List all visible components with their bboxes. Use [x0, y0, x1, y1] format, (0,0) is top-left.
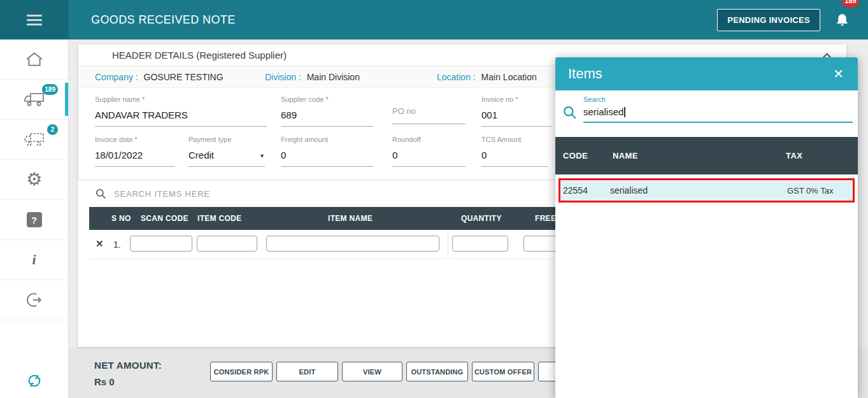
roundoff-label: Roundoff	[392, 136, 420, 143]
items-modal-header: Items ✕	[555, 57, 858, 90]
invoice-date-label: Invoice date	[95, 136, 132, 143]
net-amount-label: NET AMOUNT:	[94, 360, 162, 371]
items-modal: Items ✕ Search serialised CODE NAME TAX …	[555, 57, 858, 398]
sidebar-item-help[interactable]: ?	[0, 200, 68, 240]
sidebar-item-deliveries[interactable]: 2	[0, 120, 68, 160]
sidebar-item-goods-received[interactable]: 189	[0, 80, 68, 120]
modal-search-row: serialised	[563, 106, 853, 123]
modal-search-input[interactable]: serialised	[583, 106, 853, 123]
hamburger-icon	[27, 12, 42, 28]
custom-offer-button[interactable]: CUSTOM OFFER	[472, 362, 534, 381]
notifications-button[interactable]: 189	[834, 8, 850, 32]
sidebar-item-sync[interactable]	[0, 371, 68, 390]
dropdown-arrow-icon[interactable]: ▼	[259, 153, 265, 159]
col-scan-code: SCAN CODE	[141, 214, 189, 223]
quantity-input[interactable]	[452, 236, 508, 252]
division-label: Division :	[265, 72, 301, 82]
modal-search-value: serialised	[583, 106, 623, 117]
supplier-code-value[interactable]: 689	[281, 104, 373, 127]
items-modal-title: Items	[568, 66, 602, 82]
item-code-input[interactable]	[197, 236, 257, 252]
tcs-amount-field[interactable]: TCS Amount 0	[481, 136, 548, 167]
sidebar: 189 2 ⚙ ? i	[0, 39, 69, 398]
col-item-code: ITEM CODE	[197, 214, 241, 223]
item-code-cell: 22554	[563, 185, 610, 195]
division-value: Main Division	[307, 72, 360, 82]
grn-count-badge: 189	[42, 84, 58, 95]
company-value: GOSURE TESTING	[144, 72, 224, 82]
invoice-no-value[interactable]: 001	[481, 104, 551, 127]
roundoff-field[interactable]: Roundoff 0	[392, 136, 466, 167]
net-amount: NET AMOUNT: Rs 0	[94, 360, 162, 387]
modal-item-row-selected[interactable]: 22554 serialised GST 0% Tax	[559, 178, 855, 203]
help-icon: ?	[27, 212, 42, 227]
menu-button[interactable]	[0, 0, 69, 39]
freight-amount-label: Freight amount	[281, 136, 328, 143]
item-name-cell: serialised	[610, 185, 783, 195]
invoice-no-label: Invoice no	[481, 96, 513, 103]
col-quantity: QUANTITY	[461, 214, 502, 223]
po-no-label: PO no	[392, 106, 416, 116]
location-label: Location :	[437, 72, 476, 82]
search-icon	[563, 106, 577, 120]
roundoff-value[interactable]: 0	[392, 145, 466, 167]
col-sno: S NO	[111, 214, 131, 223]
delivery-count-badge: 2	[47, 124, 58, 135]
modal-table-header: CODE NAME TAX	[555, 137, 858, 174]
freight-amount-field[interactable]: Freight amount 0	[281, 136, 373, 167]
remove-row-icon[interactable]: ✕	[96, 238, 104, 250]
supplier-code-label: Supplier code	[281, 96, 324, 103]
home-icon	[25, 51, 44, 68]
topbar-actions: PENDING INVOICES 189	[717, 8, 850, 32]
company-label: Company :	[95, 72, 138, 82]
edit-button[interactable]: EDIT	[276, 362, 338, 381]
footer-buttons: CONSIDER RPK EDIT VIEW OUTSTANDING CUSTO…	[210, 362, 576, 381]
tcs-amount-label: TCS Amount	[481, 136, 521, 143]
payment-type-label: Payment type	[189, 136, 231, 143]
logout-icon	[26, 292, 43, 308]
sync-icon	[25, 371, 43, 390]
freight-amount-value[interactable]: 0	[281, 145, 373, 167]
location-value: Main Location	[481, 72, 537, 82]
supplier-name-field[interactable]: Supplier name* ANDAVAR TRADERS	[95, 96, 267, 127]
items-search-placeholder: SEARCH ITEMS HERE	[114, 189, 210, 199]
po-no-field[interactable]: PO no	[392, 96, 466, 127]
search-icon	[96, 188, 106, 199]
supplier-code-field[interactable]: Supplier code* 689	[281, 96, 373, 127]
header-details-title: HEADER DETAILS (Registered Supplier)	[112, 50, 287, 60]
pending-invoices-button[interactable]: PENDING INVOICES	[717, 9, 820, 31]
invoice-no-field[interactable]: Invoice no* 001	[481, 96, 551, 127]
required-marker: *	[515, 96, 518, 103]
payment-type-value[interactable]: Credit	[189, 150, 214, 160]
item-name-input[interactable]	[266, 236, 439, 252]
po-no-value[interactable]	[392, 118, 466, 124]
supplier-name-value[interactable]: ANDAVAR TRADERS	[95, 104, 267, 127]
invoice-date-value[interactable]: 18/01/2022	[95, 145, 174, 167]
outstanding-button[interactable]: OUTSTANDING	[406, 362, 468, 381]
sidebar-item-home[interactable]	[0, 39, 68, 80]
payment-type-field[interactable]: Payment type ▼Credit	[189, 136, 265, 167]
scan-code-input[interactable]	[130, 236, 192, 252]
gear-icon: ⚙	[26, 171, 42, 188]
required-marker: *	[325, 96, 328, 103]
app-root: GOODS RECEIVED NOTE PENDING INVOICES 189	[0, 0, 868, 398]
page-title: GOODS RECEIVED NOTE	[91, 13, 236, 27]
view-button[interactable]: VIEW	[342, 362, 402, 381]
topbar: GOODS RECEIVED NOTE PENDING INVOICES 189	[0, 0, 868, 39]
modal-items-table: CODE NAME TAX 22554 serialised GST 0% Ta…	[555, 137, 858, 203]
sidebar-item-logout[interactable]	[0, 280, 68, 320]
supplier-name-label: Supplier name	[95, 96, 140, 103]
bell-icon	[834, 12, 850, 29]
tcs-amount-value[interactable]: 0	[481, 145, 548, 167]
notification-badge: 189	[842, 0, 859, 8]
col-free: FREE	[535, 214, 556, 223]
col-name: NAME	[613, 151, 786, 160]
col-item-name: ITEM NAME	[328, 214, 373, 223]
item-tax-cell: GST 0% Tax	[783, 186, 853, 195]
sidebar-item-settings[interactable]: ⚙	[0, 160, 68, 200]
text-caret	[624, 107, 625, 117]
sidebar-item-info[interactable]: i	[0, 240, 68, 280]
close-icon[interactable]: ✕	[833, 66, 844, 82]
consider-rpk-button[interactable]: CONSIDER RPK	[210, 362, 273, 381]
invoice-date-field[interactable]: Invoice date* 18/01/2022	[95, 136, 174, 167]
